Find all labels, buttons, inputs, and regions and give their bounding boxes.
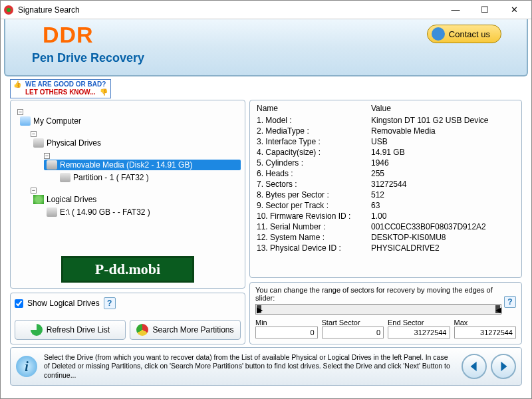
logo: DDR bbox=[43, 22, 94, 48]
contact-us-button[interactable]: Contact us bbox=[427, 25, 501, 43]
info-icon bbox=[16, 356, 37, 377]
footer-panel: Select the Drive (from which you want to… bbox=[10, 347, 522, 386]
controls-panel: Show Logical Drives ? Refresh Drive List… bbox=[10, 293, 245, 344]
prop-value: 31272544 bbox=[371, 180, 515, 189]
prop-name: 4. Capacity(size) : bbox=[257, 148, 371, 157]
property-row: 9. Sector per Track :63 bbox=[250, 200, 521, 211]
start-sector-input[interactable] bbox=[322, 327, 384, 338]
drive-icon bbox=[33, 138, 44, 148]
close-button[interactable]: ✕ bbox=[499, 2, 529, 18]
maximize-button[interactable]: ☐ bbox=[470, 2, 499, 18]
property-row: 5. Cylinders :1946 bbox=[250, 158, 521, 168]
sector-slider[interactable]: ▶ ◀ bbox=[255, 304, 501, 315]
expand-toggle[interactable]: − bbox=[44, 153, 50, 159]
help-button[interactable]: ? bbox=[104, 297, 116, 309]
prop-name: 12. System Name : bbox=[257, 233, 371, 242]
prop-value: 255 bbox=[371, 169, 515, 178]
prop-value: Kingston DT 101 G2 USB Device bbox=[371, 116, 515, 125]
computer-icon bbox=[20, 116, 31, 126]
tree-node-logical-drives[interactable]: Logical Drives bbox=[31, 194, 241, 205]
app-header: DDR Pen Drive Recovery Contact us bbox=[4, 19, 528, 76]
tree-node-removable-media[interactable]: Removable Media (Disk2 - 14.91 GB) bbox=[44, 160, 241, 170]
prop-value: Removable Media bbox=[371, 126, 515, 136]
show-logical-checkbox[interactable] bbox=[15, 299, 23, 308]
tree-node-physical-drives[interactable]: Physical Drives bbox=[31, 138, 241, 148]
property-row: 7. Sectors :31272544 bbox=[250, 179, 521, 190]
prop-value: 1.00 bbox=[371, 211, 515, 221]
expand-toggle[interactable]: − bbox=[31, 131, 37, 137]
sector-range-panel: You can change the range of sectors for … bbox=[249, 282, 522, 344]
property-row: 6. Heads :255 bbox=[250, 168, 521, 179]
expand-toggle[interactable]: − bbox=[17, 109, 23, 115]
property-row: 4. Capacity(size) :14.91 GB bbox=[250, 147, 521, 158]
end-label: End Sector bbox=[388, 319, 450, 327]
next-button[interactable] bbox=[491, 354, 516, 379]
drive-tree[interactable]: − My Computer − Physical Drives − Remova… bbox=[15, 106, 241, 217]
property-row: 2. MediaType :Removable Media bbox=[250, 126, 521, 136]
prop-value: 1946 bbox=[371, 158, 515, 168]
expand-toggle[interactable]: − bbox=[31, 188, 37, 194]
tree-node-e-volume[interactable]: E:\ ( 14.90 GB - - FAT32 ) bbox=[44, 207, 241, 217]
sector-help-button[interactable]: ? bbox=[504, 296, 516, 308]
property-row: 10. Firmware Revision ID :1.00 bbox=[250, 211, 521, 221]
refresh-drive-list-button[interactable]: Refresh Drive List bbox=[15, 320, 126, 340]
property-row: 8. Bytes per Sector :512 bbox=[250, 190, 521, 200]
window-title: Signature Search bbox=[18, 5, 441, 15]
prop-header-name: Name bbox=[257, 104, 371, 113]
tree-node-my-computer[interactable]: My Computer bbox=[17, 116, 241, 126]
app-subtitle: Pen Drive Recovery bbox=[32, 51, 144, 65]
start-label: Start Sector bbox=[322, 319, 384, 327]
prop-name: 1. Model : bbox=[257, 116, 371, 125]
search-icon bbox=[136, 324, 148, 336]
max-label: Max bbox=[454, 319, 517, 327]
prop-name: 13. Physical Device ID : bbox=[257, 243, 371, 253]
prop-name: 11. Serial Number : bbox=[257, 222, 371, 231]
svg-point-1 bbox=[7, 8, 11, 12]
back-button[interactable] bbox=[462, 354, 487, 379]
prop-value: 63 bbox=[371, 201, 515, 210]
property-row: 3. Interface Type :USB bbox=[250, 136, 521, 147]
footer-text: Select the Drive (from which you want to… bbox=[44, 353, 455, 379]
end-sector-input[interactable] bbox=[388, 327, 450, 338]
prop-value: USB bbox=[371, 137, 515, 146]
prop-name: 7. Sectors : bbox=[257, 180, 371, 189]
refresh-icon bbox=[31, 324, 43, 336]
banner-line1: WE ARE GOOD OR BAD? bbox=[25, 80, 106, 88]
prop-value: 001CC0EC33B0F08037D912A2 bbox=[371, 222, 515, 231]
contact-avatar-icon bbox=[432, 27, 445, 41]
property-row: 11. Serial Number :001CC0EC33B0F08037D91… bbox=[250, 221, 521, 232]
prop-name: 9. Sector per Track : bbox=[257, 201, 371, 210]
slider-max-grip[interactable]: ◀ bbox=[495, 305, 500, 313]
prop-value: PHYSICALDRIVE2 bbox=[371, 243, 515, 253]
sector-hint: You can change the range of sectors for … bbox=[255, 286, 501, 302]
prop-name: 5. Cylinders : bbox=[257, 158, 371, 168]
tree-node-partition[interactable]: Partition - 1 ( FAT32 ) bbox=[57, 172, 241, 183]
drive-icon bbox=[47, 207, 57, 217]
min-label: Min bbox=[255, 319, 318, 327]
property-row: 12. System Name :DESKTOP-KIS0MU8 bbox=[250, 232, 521, 243]
minimize-button[interactable]: — bbox=[441, 2, 470, 18]
prop-name: 3. Interface Type : bbox=[257, 137, 371, 146]
title-bar: Signature Search — ☐ ✕ bbox=[1, 1, 531, 19]
property-row: 1. Model :Kingston DT 101 G2 USB Device bbox=[250, 115, 521, 126]
max-input[interactable] bbox=[454, 327, 517, 338]
property-row: 13. Physical Device ID :PHYSICALDRIVE2 bbox=[250, 243, 521, 253]
banner-line2: LET OTHERS KNOW... bbox=[25, 88, 96, 96]
show-logical-label: Show Logical Drives bbox=[27, 299, 100, 308]
contact-label: Contact us bbox=[449, 29, 490, 39]
prop-value: DESKTOP-KIS0MU8 bbox=[371, 233, 515, 242]
prop-header-value: Value bbox=[371, 104, 391, 113]
app-icon bbox=[3, 5, 14, 15]
properties-panel: Name Value 1. Model :Kingston DT 101 G2 … bbox=[249, 100, 522, 278]
drive-icon bbox=[47, 160, 57, 170]
search-more-partitions-button[interactable]: Search More Partitions bbox=[130, 320, 241, 340]
feedback-banner[interactable]: 👍 WE ARE GOOD OR BAD? LET OTHERS KNOW...… bbox=[10, 79, 111, 98]
prop-value: 14.91 GB bbox=[371, 148, 515, 157]
slider-min-grip[interactable]: ▶ bbox=[257, 305, 261, 313]
min-input[interactable] bbox=[255, 327, 318, 338]
prop-name: 10. Firmware Revision ID : bbox=[257, 211, 371, 221]
drive-tree-panel: − My Computer − Physical Drives − Remova… bbox=[10, 100, 245, 289]
prop-value: 512 bbox=[371, 190, 515, 200]
prop-name: 2. MediaType : bbox=[257, 126, 371, 136]
prop-name: 8. Bytes per Sector : bbox=[257, 190, 371, 200]
